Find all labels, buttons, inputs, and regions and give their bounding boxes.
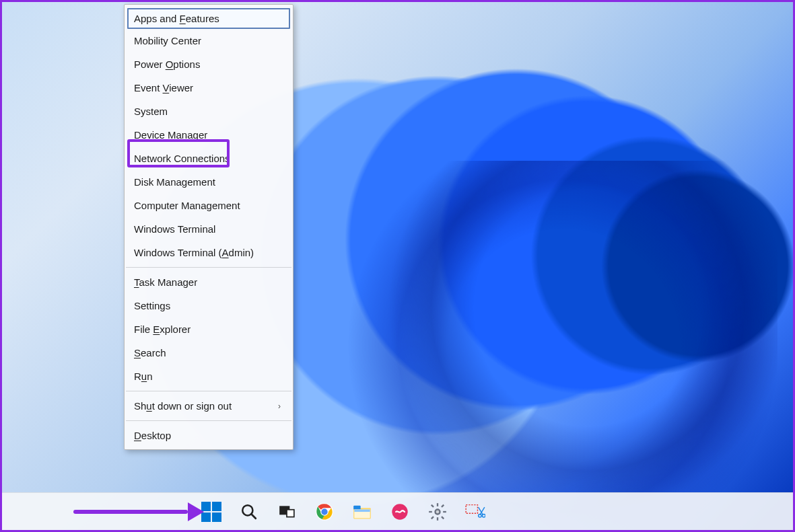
chrome-button[interactable] (313, 500, 336, 523)
search-button[interactable] (238, 500, 261, 523)
menu-item-label: Device Manager (134, 129, 207, 141)
menu-item-file-explorer[interactable]: File Explorer (125, 317, 293, 341)
desktop-wallpaper (2, 2, 793, 530)
menu-item-computer-management[interactable]: Computer Management (125, 194, 293, 217)
menu-item-settings[interactable]: Settings (125, 294, 293, 317)
menu-item-label: Run (134, 371, 153, 382)
file-explorer-icon (353, 503, 372, 521)
menu-item-disk-management[interactable]: Disk Management (125, 170, 293, 194)
menu-item-label: Network Connections (134, 153, 230, 164)
taskbar (2, 492, 793, 530)
svg-rect-13 (437, 503, 438, 506)
menu-item-system[interactable]: System (125, 100, 293, 123)
menu-item-network-connections[interactable]: Network Connections (125, 147, 293, 170)
task-view-icon (278, 503, 296, 521)
svg-rect-19 (441, 504, 444, 507)
svg-point-21 (436, 510, 440, 513)
svg-rect-8 (353, 505, 361, 509)
menu-item-label: Desktop (134, 430, 171, 441)
menu-item-windows-terminal-admin[interactable]: Windows Terminal (Admin) (125, 241, 293, 264)
menu-item-label: Settings (134, 300, 170, 311)
menu-item-label: Windows Terminal (Admin) (134, 247, 254, 258)
svg-rect-3 (287, 509, 294, 517)
menu-item-label: Power Options (134, 59, 200, 70)
winx-context-menu: Apps and FeaturesMobility CenterPower Op… (124, 4, 293, 450)
media-app-icon (390, 502, 409, 521)
svg-rect-10 (354, 509, 370, 512)
chevron-right-icon: › (278, 402, 281, 411)
svg-rect-18 (441, 516, 444, 519)
menu-item-apps-and-features[interactable]: Apps and Features (127, 8, 290, 29)
menu-item-power-options[interactable]: Power Options (125, 52, 293, 76)
menu-separator (126, 391, 291, 391)
menu-item-run[interactable]: Run (125, 365, 293, 388)
menu-item-label: Apps and Features (134, 13, 219, 24)
search-icon (240, 503, 258, 521)
file-explorer-button[interactable] (351, 500, 374, 523)
menu-item-label: Computer Management (134, 200, 240, 211)
menu-item-label: Task Manager (134, 276, 197, 288)
windows-logo-icon (201, 502, 221, 522)
task-view-button[interactable] (275, 500, 298, 523)
start-button[interactable] (200, 500, 223, 523)
menu-item-task-manager[interactable]: Task Manager (125, 270, 293, 294)
menu-item-label: Windows Terminal (134, 223, 215, 235)
menu-item-mobility-center[interactable]: Mobility Center (125, 29, 293, 52)
svg-rect-22 (466, 504, 477, 513)
chrome-icon (315, 502, 334, 521)
menu-separator (126, 420, 291, 421)
menu-separator (126, 267, 291, 268)
media-app-button[interactable] (388, 500, 411, 523)
svg-rect-15 (429, 510, 432, 512)
menu-item-windows-terminal[interactable]: Windows Terminal (125, 217, 293, 241)
menu-item-label: File Explorer (134, 324, 191, 335)
menu-item-device-manager[interactable]: Device Manager (125, 123, 293, 147)
menu-item-desktop[interactable]: Desktop (125, 424, 293, 447)
menu-item-label: Event Viewer (134, 82, 193, 93)
menu-item-label: System (134, 106, 168, 117)
snipping-tool-button[interactable] (464, 500, 487, 523)
svg-rect-20 (431, 516, 434, 519)
menu-item-label: Disk Management (134, 176, 215, 188)
menu-item-shut-down-or-sign-out[interactable]: Shut down or sign out› (125, 394, 293, 418)
svg-rect-14 (437, 517, 438, 521)
menu-item-label: Search (134, 347, 166, 358)
settings-button[interactable] (426, 500, 449, 523)
snipping-tool-icon (465, 503, 485, 521)
svg-rect-16 (443, 510, 446, 512)
settings-icon (428, 502, 447, 521)
menu-item-label: Mobility Center (134, 35, 201, 46)
menu-item-search[interactable]: Search (125, 341, 293, 365)
svg-rect-17 (431, 504, 434, 507)
menu-item-label: Shut down or sign out (134, 400, 232, 412)
svg-line-1 (251, 514, 256, 519)
menu-item-event-viewer[interactable]: Event Viewer (125, 76, 293, 100)
